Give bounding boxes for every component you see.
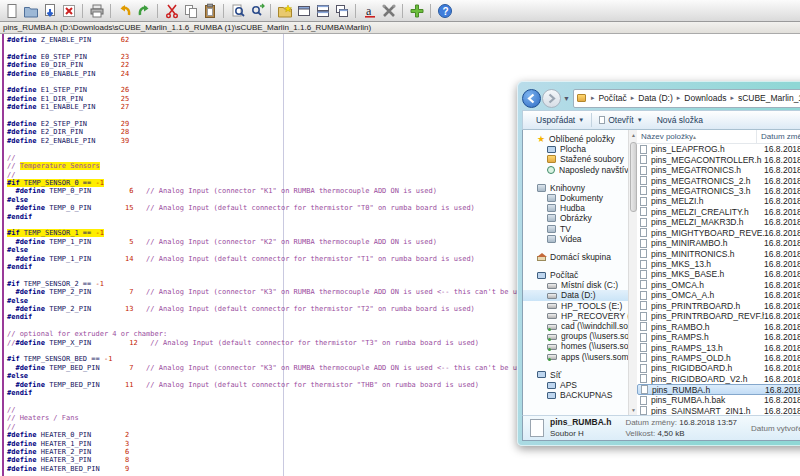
undo-icon[interactable] (116, 2, 133, 19)
file-row[interactable]: pins_RIGIDBOARD_V2.h16.8.2018 13:57 (637, 374, 800, 384)
open-button[interactable]: Otevřít▼ (592, 111, 649, 129)
scroll-up-icon[interactable]: ▲ (630, 131, 637, 139)
sidebar-scrollbar[interactable]: ▲ ▼ (628, 130, 637, 415)
sidebar-group[interactable]: Síť (523, 370, 637, 380)
breadcrumb-item[interactable]: Data (D:) (638, 93, 672, 103)
column-header-date[interactable]: Datum změny (757, 130, 800, 143)
file-row[interactable]: pins_MIGHTYBOARD_REVE.h16.8.2018 13:57 (637, 228, 800, 238)
forward-button[interactable] (542, 89, 561, 108)
file-row[interactable]: pins_RAMBO.h16.8.2018 13:57 (637, 321, 800, 331)
file-icon (640, 322, 647, 331)
sidebar-item[interactable]: homes (\\users.soma.cz) (523, 341, 637, 351)
file-row[interactable]: pins_LEAPFROG.h16.8.2018 13:57 (637, 144, 800, 154)
sidebar-item[interactable]: groups (\\users.soma.cz) (523, 331, 637, 341)
sidebar-item[interactable]: HP_RECOVERY (G:) (523, 311, 637, 321)
sidebar-item[interactable]: apps (\\users.soma.cz) (Z (523, 352, 637, 362)
recent-pages-dropdown-icon[interactable]: ▼ (563, 95, 570, 102)
find-replace-icon[interactable] (248, 2, 265, 19)
file-row[interactable]: pins_OMCA.h16.8.2018 13:57 (637, 280, 800, 290)
redo-icon[interactable] (135, 2, 152, 19)
organize-button[interactable]: Uspořádat▼ (529, 111, 591, 129)
breadcrumb-item[interactable]: sCUBE_Marlin_1.1.6_RUMBA (1) (738, 93, 800, 103)
sidebar-item[interactable]: TV (523, 224, 637, 234)
font-icon[interactable]: a (361, 2, 378, 19)
close-file-icon[interactable] (60, 2, 77, 19)
file-row[interactable]: pins_MELZI_MAKR3D.h16.8.2018 13:57 (637, 217, 800, 227)
sidebar-group[interactable]: Počítač (523, 270, 637, 280)
sidebar-item[interactable]: cad (\\windchill.soma.cz) (523, 321, 637, 331)
sidebar-item[interactable]: Dokumenty (523, 193, 637, 203)
file-row[interactable]: pins_MELZI_CREALITY.h16.8.2018 13:57 (637, 207, 800, 217)
file-date: 16.8.2018 13:57 (764, 374, 800, 384)
file-row[interactable]: pins_RUMBA.h16.8.2018 13:57 (637, 384, 800, 395)
file-row[interactable]: pins_RIGIDBOARD.h16.8.2018 13:57 (637, 363, 800, 373)
file-row[interactable]: pins_MEGATRONICS.h16.8.2018 13:57 (637, 165, 800, 175)
sidebar-item[interactable]: APS (523, 380, 637, 390)
breadcrumb[interactable]: ▸Počítač▸Data (D:)▸Downloads▸sCUBE_Marli… (573, 89, 800, 108)
file-row[interactable]: pins_MKS_13.h16.8.2018 13:57 (637, 259, 800, 269)
scroll-down-icon[interactable]: ▼ (630, 406, 637, 414)
sidebar-item[interactable]: Naposledy navštívené (523, 165, 637, 175)
editor-toolbar: a? (0, 0, 800, 22)
file-date: 16.8.2018 13:57 (764, 301, 800, 311)
file-row[interactable]: pins_RUMBA.h.bak16.8.2018 13:57 (637, 395, 800, 405)
file-icon (599, 116, 605, 124)
breadcrumb-item[interactable]: Počítač (598, 93, 626, 103)
file-row[interactable]: pins_MEGATRONICS_2.h16.8.2018 13:57 (637, 175, 800, 185)
sidebar-group[interactable]: Domácí skupina (523, 252, 637, 262)
tools-icon[interactable] (380, 2, 397, 19)
chevron-down-icon: ▼ (578, 117, 584, 123)
selected-file-icon (530, 419, 544, 437)
sidebar-item[interactable]: BACKUPNAS (523, 390, 637, 400)
sidebar-group[interactable]: Knihovny (523, 183, 637, 193)
sidebar-group[interactable]: ★Oblíbené položky (523, 134, 637, 144)
back-button[interactable] (522, 89, 541, 108)
window-tile-icon[interactable] (314, 2, 331, 19)
sidebar-item[interactable]: Stažené soubory (523, 154, 637, 164)
window-maximize-icon[interactable] (295, 2, 312, 19)
file-row[interactable]: pins_RAMPS.h16.8.2018 13:57 (637, 332, 800, 342)
file-row[interactable]: pins_MELZI.h16.8.2018 13:57 (637, 196, 800, 206)
file-row[interactable]: pins_MEGACONTROLLER.h16.8.2018 13:57 (637, 154, 800, 164)
sidebar-item[interactable]: Místní disk (C:) (523, 280, 637, 290)
file-icon (640, 145, 647, 154)
file-name: pins_OMCA.h (651, 280, 764, 290)
find-icon[interactable] (229, 2, 246, 19)
new-file-icon[interactable] (3, 2, 20, 19)
copy-icon[interactable] (182, 2, 199, 19)
scrollbar-thumb[interactable] (630, 142, 637, 212)
file-row[interactable]: pins_PRINTRBOARD.h16.8.2018 13:57 (637, 301, 800, 311)
save-file-icon[interactable] (41, 2, 58, 19)
editor-tab[interactable]: pins_RUMBA.h (D:\Downloads\sCUBE_Marlin_… (0, 22, 800, 34)
sidebar-item[interactable]: Data (D:) (523, 290, 637, 300)
sidebar-item[interactable]: Plocha (523, 144, 637, 154)
column-header-name[interactable]: Název položky ▲ (637, 130, 757, 143)
file-row[interactable]: pins_RAMPS_OLD.h16.8.2018 13:57 (637, 353, 800, 363)
file-row[interactable]: pins_RAMPS_13.h16.8.2018 13:57 (637, 342, 800, 352)
new-project-icon[interactable] (276, 2, 293, 19)
file-row[interactable]: pins_OMCA_A.h16.8.2018 13:57 (637, 290, 800, 300)
cut-icon[interactable] (163, 2, 180, 19)
open-file-icon[interactable] (22, 2, 39, 19)
file-row[interactable]: pins_MEGATRONICS_3.h16.8.2018 13:57 (637, 186, 800, 196)
file-icon (640, 301, 647, 310)
file-row[interactable]: pins_MKS_BASE.h16.8.2018 13:57 (637, 269, 800, 279)
breadcrumb-item[interactable]: Downloads (684, 93, 726, 103)
code-line: #define Z_ENABLE_PIN 62 (7, 36, 736, 44)
sidebar-item[interactable]: Videa (523, 234, 637, 244)
library-icon (547, 194, 556, 202)
window-cascade-icon[interactable] (333, 2, 350, 19)
new-folder-button[interactable]: Nová složka (650, 111, 710, 129)
desktop-icon (547, 146, 556, 153)
file-row[interactable]: pins_SAINSMART_2IN1.h16.8.2018 13:57 (637, 406, 800, 416)
file-row[interactable]: pins_MINIRAMBO.h16.8.2018 13:57 (637, 238, 800, 248)
file-row[interactable]: pins_PRINTRBOARD_REVF.h16.8.2018 13:57 (637, 311, 800, 321)
paste-icon[interactable] (201, 2, 218, 19)
sidebar-item[interactable]: Hudba (523, 203, 637, 213)
add-plugin-icon[interactable] (408, 2, 425, 19)
sidebar-item[interactable]: Obrázky (523, 213, 637, 223)
help-icon[interactable]: ? (436, 2, 453, 19)
file-row[interactable]: pins_MINITRONICS.h16.8.2018 13:57 (637, 248, 800, 258)
sidebar-item[interactable]: HP_TOOLS (E:) (523, 301, 637, 311)
print-icon[interactable] (88, 2, 105, 19)
